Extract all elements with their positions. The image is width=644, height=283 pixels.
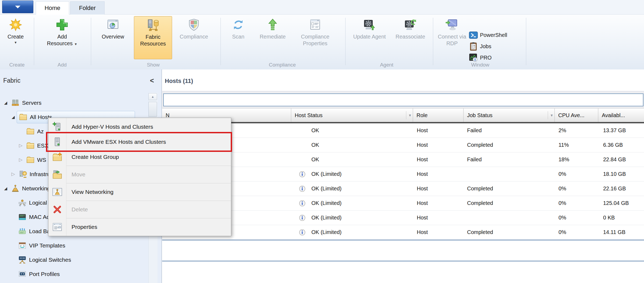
ribbon-group-separator [526,18,526,65]
menu-item-delete[interactable]: Delete [48,202,231,217]
filter-dropdown-icon[interactable]: ▼ [406,111,412,119]
filter-dropdown-icon[interactable]: ▼ [548,111,553,119]
ribbon-button-fabric-resources[interactable]: Fabric Resources [134,16,172,59]
ribbon-button-remediate[interactable]: Remediate [253,16,293,59]
powershell-icon [469,31,478,40]
ribbon-button-compliance-properties[interactable]: Compliance Properties [293,16,338,59]
menu-separator [66,183,231,183]
filter-input[interactable] [163,93,643,106]
sidebar-item-servers[interactable]: ◢Servers [0,96,147,110]
page-title: Hosts (11) [165,78,193,85]
folder-icon [19,113,27,121]
sidebar-item-port-profiles[interactable]: Port Profiles [0,267,147,281]
view-networking-icon [52,187,62,197]
sidebar-item-vip-templates[interactable]: VIP Templates [0,238,147,253]
fabric-resources-icon [147,19,159,32]
tree-expanded-icon[interactable]: ◢ [10,115,17,120]
menu-separator [66,218,231,218]
jobs-icon [469,42,478,51]
servers-icon [11,99,19,107]
tree-scrollbar-thumb[interactable] [148,102,157,117]
table-row[interactable]: OK (Limited)Host0%18.10 GB [162,167,644,181]
ribbon-button-overview[interactable]: Overview [94,16,132,59]
compliance-properties-icon [309,18,322,31]
menu-item-properties[interactable]: Properties [48,219,231,235]
menu-item-create-host-group[interactable]: Create Host Group [48,149,231,165]
tab-home[interactable]: Home [36,1,69,15]
compliance-shield-icon [187,18,200,31]
ribbon-button-powershell[interactable]: PowerShell [469,31,507,40]
pro-icon [469,53,478,62]
networking-icon [11,184,19,193]
table-row[interactable]: OKHostFailed18%22.84 GB [162,152,644,167]
tree-collapsed-icon[interactable]: ▷ [17,143,24,148]
ribbon-group-separator [433,18,433,65]
filter-bar [162,91,644,108]
column-header-host-status[interactable]: Host Status▼ [291,108,413,122]
tab-folder[interactable]: Folder [70,1,105,15]
properties-icon [52,222,62,232]
ribbon-button-reassociate[interactable]: Reassociate [389,16,431,59]
menu-separator [66,201,231,201]
table-row[interactable]: OKHostCompleted11%6.36 GB [162,138,644,152]
menu-item-add-hyper-v-hosts-and-clusters[interactable]: Add Hyper-V Hosts and Clusters [48,119,231,134]
list-bottom-border [162,240,644,240]
ribbon-group-label: Create [2,61,32,68]
menu-item-view-networking[interactable]: View Networking [48,184,231,200]
info-icon [299,186,305,192]
ribbon-group-separator [345,18,346,65]
column-header-availabl-[interactable]: Availabl... [598,108,644,122]
ribbon-group-label: Compliance [258,61,307,68]
table-row[interactable]: OK (Limited)Host0%0 KB [162,211,644,225]
create-star-icon [9,18,22,31]
table-row[interactable]: OKHostFailed2%13.37 GB [162,123,644,138]
info-icon [299,171,305,177]
chevron-down-icon [15,6,20,8]
table-header: NHost Status▼RoleJob Status▼CPU Ave...Av… [162,108,644,123]
application-menu-button[interactable] [2,1,33,13]
column-header-cpu-ave-[interactable]: CPU Ave... [555,108,598,122]
hosts-pane: Hosts (11) NHost Status▼RoleJob Status▼C… [162,69,644,283]
reassociate-icon [404,18,417,31]
ribbon-button-jobs[interactable]: Jobs [469,42,507,51]
ribbon-button-pro[interactable]: PRO [469,53,507,62]
sidebar-item-logical-switches[interactable]: Logical Switches [0,253,147,267]
tab-bar: Home Folder [0,0,644,15]
dropdown-arrow-icon: ▼ [74,42,77,46]
column-header-role[interactable]: Role [413,108,464,122]
remediate-icon [266,18,279,31]
delete-icon [52,204,62,215]
logical-network-icon [18,199,26,207]
ribbon-button-update-agent[interactable]: Update Agent [352,16,387,59]
ribbon-button-connect-via-rdp[interactable]: Connect via RDP [437,16,467,59]
tree-collapsed-icon[interactable]: ▷ [17,157,24,163]
menu-item-add-vmware-esx-hosts-and-clusters[interactable]: Add VMware ESX Hosts and Clusters [48,134,231,149]
info-icon [299,215,305,221]
ribbon-group-separator [91,18,91,65]
tree-scrollbar-up-button[interactable]: ▲ [148,93,157,100]
table-row[interactable]: comp4-9d7b52.............OK (Limited)Hos… [162,225,644,240]
port-profile-icon [18,270,26,278]
table-row[interactable]: OK (Limited)HostCompleted0%125.04 GB [162,196,644,211]
move-icon [52,169,62,180]
folder-icon [26,127,34,135]
collapse-pane-button[interactable]: < [148,76,156,85]
menu-separator [66,166,231,166]
add-vmware-icon [52,137,62,147]
mac-pool-icon [18,213,26,221]
menu-item-move[interactable]: Move [48,167,231,182]
vip-template-icon [18,242,26,250]
table-row[interactable]: OK (Limited)HostCompleted0%22.16 GB [162,181,644,196]
create-host-group-icon [52,152,62,162]
tree-collapsed-icon[interactable]: ▷ [10,171,17,177]
ribbon-button-scan[interactable]: Scan [225,16,252,59]
tree-expanded-icon[interactable]: ◢ [2,100,9,105]
logical-switch-icon [18,256,26,264]
column-header-job-status[interactable]: Job Status▼ [464,108,555,122]
ribbon-button-create[interactable]: Create▼ [2,16,29,59]
ribbon-button-compliance[interactable]: Compliance [174,16,214,59]
dropdown-arrow-icon: ▼ [14,41,17,44]
tree-expanded-icon[interactable]: ◢ [2,186,9,191]
ribbon-button-add-resources[interactable]: Add Resources ▼ [45,16,79,59]
details-pane-divider [162,261,644,261]
